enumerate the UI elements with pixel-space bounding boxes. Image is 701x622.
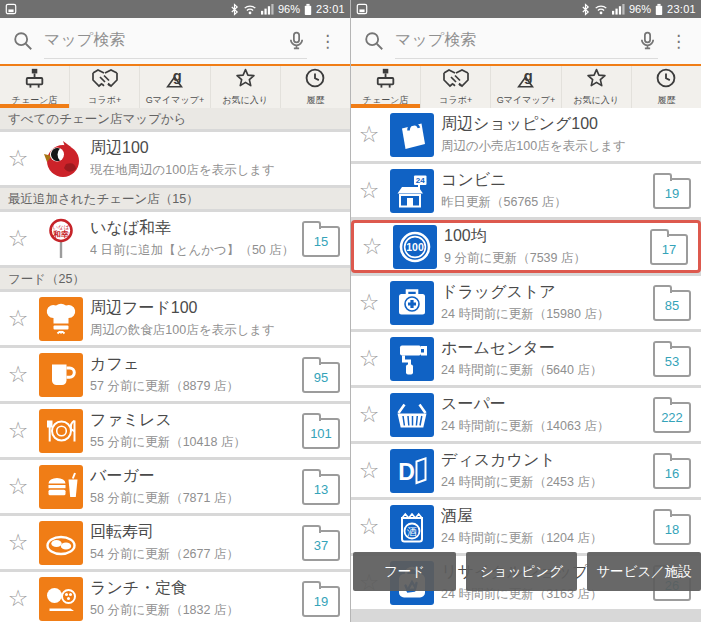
favorite-star-icon[interactable]: ☆ xyxy=(355,459,383,482)
item-texts: いなば和幸4 日前に追加【とんかつ】（50 店） xyxy=(90,218,295,259)
search-input[interactable]: マップ検索 xyxy=(44,23,307,59)
folder-count: 18 xyxy=(665,522,679,537)
favorite-star-icon[interactable]: ☆ xyxy=(4,147,32,170)
inaba-wako-sign-icon: いなば和幸 xyxy=(39,217,83,261)
folder-badge[interactable]: 37 xyxy=(302,530,340,561)
folder-badge[interactable]: 19 xyxy=(653,178,691,209)
list-item[interactable]: ☆ファミレス55 分前に更新（10418 店）101 xyxy=(0,404,350,457)
folder-badge[interactable]: 222 xyxy=(653,402,691,433)
tab-label: 履歴 xyxy=(306,94,324,107)
mic-icon[interactable] xyxy=(637,30,658,51)
tab-history[interactable]: 履歴 xyxy=(632,66,701,108)
mic-icon[interactable] xyxy=(286,30,307,51)
tab-history[interactable]: 履歴 xyxy=(281,66,350,108)
coffee-cup-icon xyxy=(39,353,83,397)
overflow-menu-icon[interactable]: ⋮ xyxy=(668,33,689,50)
category-button-food[interactable]: フード xyxy=(353,552,456,591)
folder-badge[interactable]: 101 xyxy=(302,418,340,449)
list-item[interactable]: ☆バーガー58 分前に更新（7871 店）13 xyxy=(0,460,350,513)
list-item[interactable]: ☆酒酒屋24 時間前に更新（1204 店）18 xyxy=(351,500,701,553)
tab-chain-stores[interactable]: チェーン店 xyxy=(351,66,421,108)
phone-screen-right: 96% 23:01 マップ検索 ⋮ チェーン店コラボ+gGマイマップ+お気に入り… xyxy=(350,0,701,622)
folder-badge[interactable]: 18 xyxy=(653,514,691,545)
clock-label: 23:01 xyxy=(667,3,696,15)
tab-g-mymap[interactable]: gGマイマップ+ xyxy=(140,66,210,108)
list-item[interactable]: ☆Dディスカウント24 時間前に更新（2453 店）16 xyxy=(351,444,701,497)
favorite-star-icon[interactable]: ☆ xyxy=(4,227,32,250)
favorite-star-icon[interactable]: ☆ xyxy=(355,515,383,538)
tab-collab[interactable]: コラボ+ xyxy=(421,66,491,108)
screenshot-notification-icon xyxy=(5,3,17,15)
folder-badge[interactable]: 95 xyxy=(302,362,340,393)
tab-chain-stores[interactable]: チェーン店 xyxy=(0,66,70,108)
favorite-star-icon[interactable]: ☆ xyxy=(4,419,32,442)
folder-badge[interactable]: 15 xyxy=(302,226,340,257)
favorite-star-icon[interactable]: ☆ xyxy=(4,307,32,330)
list-item-highlighted[interactable]: ☆100100均9 分前に更新（7539 店）17 xyxy=(351,220,701,273)
favorite-star-icon[interactable]: ☆ xyxy=(4,363,32,386)
tab-label: Gマイマップ+ xyxy=(497,94,555,107)
item-title: いなば和幸 xyxy=(90,218,295,239)
bird-mascot-icon xyxy=(39,137,83,181)
item-subtitle: 24 時間前に更新（14063 店） xyxy=(441,418,646,435)
item-texts: ドラッグストア24 時間前に更新（15980 店） xyxy=(441,282,646,323)
tab-favorites[interactable]: お気に入り xyxy=(562,66,632,108)
tab-favorites[interactable]: お気に入り xyxy=(211,66,281,108)
item-title: ディスカウント xyxy=(441,450,646,471)
search-icon[interactable] xyxy=(363,30,385,52)
list-item[interactable]: ☆いなば和幸いなば和幸4 日前に追加【とんかつ】（50 店）15 xyxy=(0,212,350,265)
item-title: 100均 xyxy=(444,226,643,247)
search-icon[interactable] xyxy=(12,30,34,52)
tab-bar: チェーン店コラボ+gGマイマップ+お気に入り履歴 xyxy=(0,66,350,108)
item-title: 回転寿司 xyxy=(90,522,295,543)
favorite-star-icon[interactable]: ☆ xyxy=(355,123,383,146)
favorite-star-icon[interactable]: ☆ xyxy=(4,475,32,498)
list-item[interactable]: ☆ホームセンター24 時間前に更新（5640 店）53 xyxy=(351,332,701,385)
tab-collab[interactable]: コラボ+ xyxy=(70,66,140,108)
list-item[interactable]: ☆周辺ショッピング100周辺の小売店100店を表示します xyxy=(351,108,701,161)
folder-badge[interactable]: 19 xyxy=(302,586,340,617)
folder-badge[interactable]: 13 xyxy=(302,474,340,505)
battery-icon xyxy=(655,3,663,16)
tab-g-mymap[interactable]: gGマイマップ+ xyxy=(491,66,561,108)
favorite-star-icon[interactable]: ☆ xyxy=(355,403,383,426)
list-item[interactable]: ☆回転寿司54 分前に更新（2677 店）37 xyxy=(0,516,350,569)
folder-badge[interactable]: 16 xyxy=(653,458,691,489)
svg-text:和幸: 和幸 xyxy=(52,229,69,238)
category-button-service[interactable]: サービス／施設 xyxy=(587,552,701,591)
favorite-star-icon[interactable]: ☆ xyxy=(358,235,386,258)
item-title: 酒屋 xyxy=(441,506,646,527)
list-item[interactable]: ☆ランチ・定食50 分前に更新（1832 店）19 xyxy=(0,572,350,622)
list-item[interactable]: ☆周辺フード100周辺の飲食店100店を表示します xyxy=(0,292,350,345)
tab-label: お気に入り xyxy=(573,94,619,107)
item-title: 周辺フード100 xyxy=(90,298,342,319)
paint-roller-icon xyxy=(390,337,434,381)
section-header: 最近追加されたチェーン店（15） xyxy=(0,188,350,209)
restaurant-plate-icon xyxy=(39,409,83,453)
favorite-star-icon[interactable]: ☆ xyxy=(355,347,383,370)
item-title: カフェ xyxy=(90,354,295,375)
list-item[interactable]: ☆スーパー24 時間前に更新（14063 店）222 xyxy=(351,388,701,441)
signal-icon xyxy=(612,3,625,15)
favorite-star-icon[interactable]: ☆ xyxy=(355,291,383,314)
list-item[interactable]: ☆周辺100現在地周辺の100店を表示します xyxy=(0,132,350,185)
list-item[interactable]: ☆ドラッグストア24 時間前に更新（15980 店）85 xyxy=(351,276,701,329)
folder-count: 95 xyxy=(314,370,328,385)
sake-shop-icon: 酒 xyxy=(390,505,434,549)
favorite-star-icon[interactable]: ☆ xyxy=(4,531,32,554)
folder-count: 13 xyxy=(314,482,328,497)
overflow-menu-icon[interactable]: ⋮ xyxy=(317,33,338,50)
list-item[interactable]: ☆24コンビニ昨日更新（56765 店）19 xyxy=(351,164,701,217)
item-subtitle: 24 時間前に更新（2453 店） xyxy=(441,474,646,491)
star-icon xyxy=(585,67,608,93)
favorite-star-icon[interactable]: ☆ xyxy=(4,587,32,610)
svg-text:g: g xyxy=(173,68,182,84)
folder-badge[interactable]: 17 xyxy=(650,234,688,265)
list-item[interactable]: ☆カフェ57 分前に更新（8879 店）95 xyxy=(0,348,350,401)
folder-badge[interactable]: 53 xyxy=(653,346,691,377)
search-input[interactable]: マップ検索 xyxy=(395,23,658,59)
category-button-shopping[interactable]: ショッピング xyxy=(466,552,577,591)
favorite-star-icon[interactable]: ☆ xyxy=(355,179,383,202)
tab-label: コラボ+ xyxy=(439,94,472,107)
folder-badge[interactable]: 85 xyxy=(653,290,691,321)
